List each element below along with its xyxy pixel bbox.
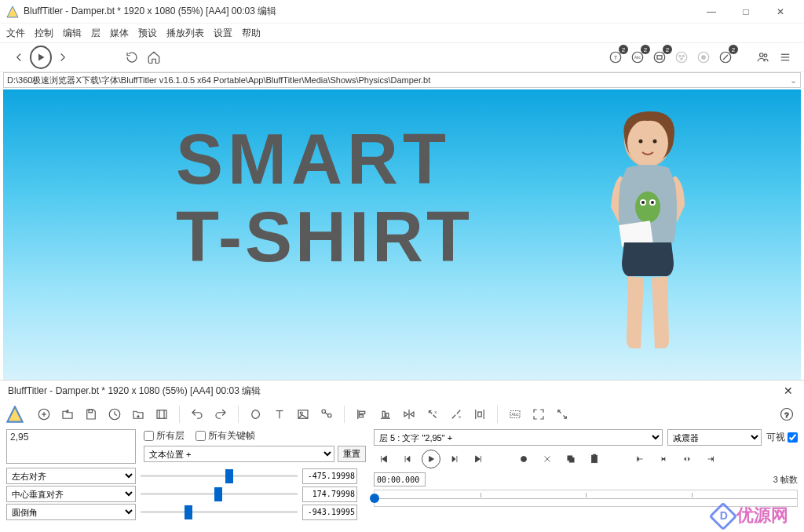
all-keys-checkbox[interactable]: 所有关键帧	[196, 429, 255, 443]
play-button-2[interactable]	[421, 449, 441, 469]
svg-marker-75	[452, 457, 455, 462]
menu-layer[interactable]: 层	[91, 27, 100, 40]
flip-h-button[interactable]	[398, 403, 420, 425]
svg-point-44	[328, 414, 332, 417]
refresh-button[interactable]	[121, 46, 143, 68]
mark-out-button[interactable]	[700, 449, 721, 469]
wand-tool-button[interactable]: 2	[714, 46, 736, 68]
abc-box-button[interactable]: Abc	[504, 403, 526, 425]
delete-key-button[interactable]	[537, 449, 557, 469]
abc-tool-button[interactable]: Abc2	[627, 46, 649, 68]
align-left-button[interactable]	[351, 403, 373, 425]
save-button[interactable]	[80, 403, 102, 425]
step-fwd-button[interactable]	[444, 449, 465, 469]
menu-playlist[interactable]: 播放列表	[166, 27, 204, 40]
grow-button[interactable]	[677, 449, 697, 469]
svg-marker-0	[7, 6, 18, 17]
menu-button[interactable]	[774, 46, 796, 68]
menu-edit[interactable]: 编辑	[63, 27, 82, 40]
svg-text:Abc: Abc	[511, 412, 518, 417]
paste-key-button[interactable]	[584, 449, 605, 469]
chevron-down-icon[interactable]: ⌄	[790, 75, 797, 86]
bottom-panel: BluffTitler - Damper.bt * 1920 x 1080 (5…	[0, 380, 804, 523]
svg-text:Abc: Abc	[634, 56, 641, 60]
effect-select[interactable]: 减震器	[667, 429, 762, 446]
record-key-button[interactable]	[513, 449, 534, 469]
align-bottom-button[interactable]	[375, 403, 397, 425]
share-tool-button[interactable]	[671, 46, 693, 68]
text-button[interactable]	[269, 403, 291, 425]
watermark: 优源网	[713, 504, 788, 527]
path-input[interactable]: D:\360极速浏览器X下载\字体\BluffTitler v16.1.0.5 …	[3, 72, 801, 88]
picture-button[interactable]	[292, 403, 314, 425]
next-button[interactable]	[52, 46, 74, 68]
align1-select[interactable]: 左右对齐	[6, 468, 136, 484]
svg-marker-73	[407, 457, 410, 462]
minimize-button[interactable]: —	[694, 0, 729, 24]
svg-marker-71	[382, 456, 387, 462]
svg-marker-77	[476, 456, 481, 462]
text-tool-button[interactable]: T2	[605, 46, 627, 68]
play-button[interactable]	[30, 46, 52, 68]
expand-button[interactable]	[551, 403, 573, 425]
panel-titlebar: BluffTitler - Damper.bt * 1920 x 1080 (5…	[0, 381, 804, 401]
step-back-button[interactable]	[397, 449, 418, 469]
value-3-input[interactable]	[302, 505, 357, 520]
svg-marker-30	[7, 406, 22, 421]
undo-button[interactable]	[186, 403, 208, 425]
history-button[interactable]	[104, 403, 126, 425]
close-button[interactable]: ✕	[763, 0, 798, 24]
open-button[interactable]	[57, 403, 79, 425]
menu-preset[interactable]: 预设	[138, 27, 157, 40]
add-button[interactable]	[33, 403, 55, 425]
fullscreen-button[interactable]	[528, 403, 550, 425]
svg-text:?: ?	[784, 410, 789, 419]
preview-viewport[interactable]: SMART T-SHIRT	[3, 89, 801, 380]
path-text: D:\360极速浏览器X下载\字体\BluffTitler v16.1.0.5 …	[7, 75, 430, 86]
value-2-input[interactable]	[302, 486, 357, 502]
menu-control[interactable]: 控制	[35, 27, 53, 40]
users-button[interactable]	[752, 46, 774, 68]
value-1-input[interactable]	[302, 468, 357, 484]
svg-point-11	[681, 58, 682, 60]
film-button[interactable]	[151, 403, 173, 425]
redo-button[interactable]	[210, 403, 232, 425]
align-vertical-button[interactable]	[469, 403, 491, 425]
menu-file[interactable]: 文件	[6, 27, 25, 40]
prev-button[interactable]	[8, 46, 30, 68]
record-tool-button[interactable]	[693, 46, 714, 68]
shrink-button[interactable]	[653, 449, 674, 469]
go-start-button[interactable]	[374, 449, 394, 469]
mark-in-button[interactable]	[630, 449, 650, 469]
text-value-input[interactable]: 2,95	[6, 429, 136, 464]
scale-up-button[interactable]: x	[445, 403, 467, 425]
scale-down-button[interactable]: x	[422, 403, 444, 425]
visible-checkbox[interactable]: 可视	[766, 431, 798, 444]
image-tool-button[interactable]: 2	[649, 46, 671, 68]
slider-1[interactable]	[141, 470, 298, 483]
help-button[interactable]: ?	[776, 403, 798, 425]
menu-media[interactable]: 媒体	[110, 27, 129, 40]
home-button[interactable]	[143, 46, 165, 68]
timecode-input[interactable]	[374, 472, 426, 486]
copy-key-button[interactable]	[561, 449, 581, 469]
slider-3[interactable]	[141, 506, 298, 519]
export-button[interactable]	[127, 403, 149, 425]
maximize-button[interactable]: □	[729, 0, 763, 24]
menu-help[interactable]: 帮助	[242, 27, 261, 40]
property-select[interactable]: 文本位置 +	[144, 446, 334, 462]
layer-select[interactable]: 层 5 : 文字 "2,95" +	[374, 429, 663, 446]
nodes-button[interactable]	[316, 403, 338, 425]
svg-point-22	[639, 140, 643, 144]
go-end-button[interactable]	[468, 449, 488, 469]
frame-count: 3 帧数	[773, 474, 798, 486]
align3-select[interactable]: 圆倒角	[6, 504, 136, 520]
align2-select[interactable]: 中心垂直对齐	[6, 486, 136, 502]
reset-button[interactable]: 重置	[338, 446, 366, 462]
all-layers-checkbox[interactable]: 所有层	[144, 429, 185, 443]
slider-2[interactable]	[141, 488, 298, 501]
svg-text:x: x	[459, 414, 461, 419]
menu-settings[interactable]: 设置	[214, 27, 232, 40]
panel-close-button[interactable]: ✕	[780, 384, 796, 397]
blob-button[interactable]	[245, 403, 267, 425]
